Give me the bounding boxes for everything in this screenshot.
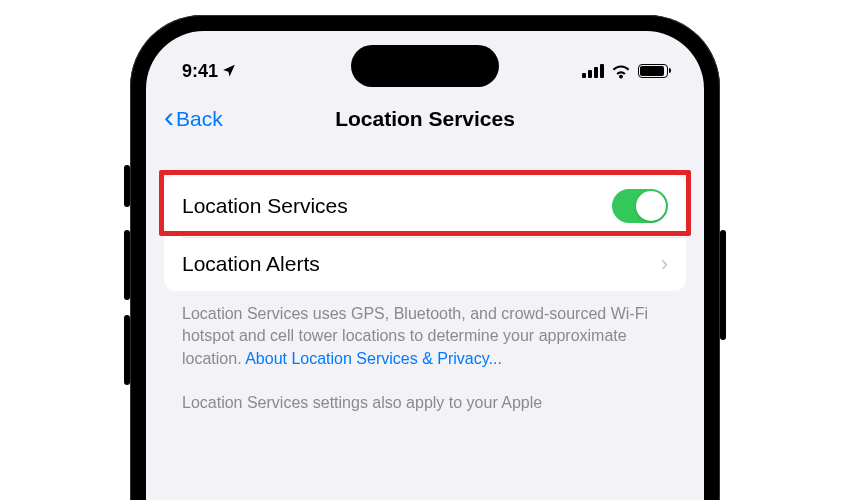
cellular-signal-icon	[582, 64, 604, 78]
footer-description: Location Services uses GPS, Bluetooth, a…	[164, 291, 686, 370]
settings-group: Location Services Location Alerts ›	[164, 175, 686, 291]
side-button-volume-up	[124, 230, 130, 300]
content-area: Location Services Location Alerts › Loca…	[146, 145, 704, 415]
side-button-silent	[124, 165, 130, 207]
battery-icon	[638, 64, 668, 78]
row-label: Location Alerts	[182, 252, 320, 276]
phone-frame: 9:41 ‹ Back Loca	[130, 15, 720, 500]
status-time: 9:41	[182, 61, 218, 82]
chevron-left-icon: ‹	[164, 102, 174, 132]
footer-text-2: Location Services settings also apply to…	[182, 394, 542, 411]
side-button-power	[720, 230, 726, 340]
location-arrow-icon	[222, 63, 236, 80]
back-label: Back	[176, 107, 223, 131]
location-services-row[interactable]: Location Services	[164, 175, 686, 237]
wifi-icon	[611, 63, 631, 79]
toggle-knob	[636, 191, 666, 221]
about-privacy-link[interactable]: About Location Services & Privacy...	[245, 350, 502, 367]
dynamic-island	[351, 45, 499, 87]
footer-description-2: Location Services settings also apply to…	[164, 370, 686, 414]
side-button-volume-down	[124, 315, 130, 385]
status-left: 9:41	[182, 61, 236, 82]
row-label: Location Services	[182, 194, 348, 218]
location-alerts-row[interactable]: Location Alerts ›	[164, 237, 686, 291]
screen: 9:41 ‹ Back Loca	[146, 31, 704, 500]
status-right	[582, 63, 668, 79]
nav-bar: ‹ Back Location Services	[146, 93, 704, 145]
location-services-toggle[interactable]	[612, 189, 668, 223]
page-title: Location Services	[335, 107, 515, 131]
back-button[interactable]: ‹ Back	[164, 106, 223, 132]
chevron-right-icon: ›	[661, 251, 668, 277]
